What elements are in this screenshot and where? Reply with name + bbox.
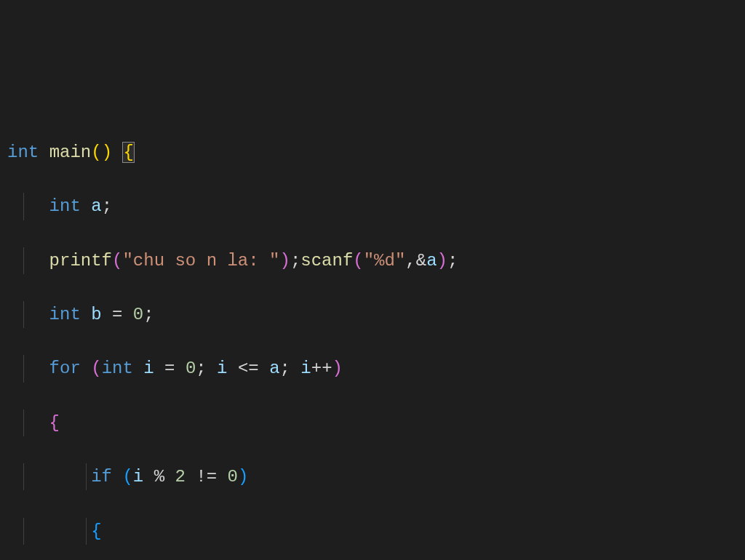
semicolon: ; (290, 251, 300, 271)
indent-guide (23, 409, 24, 436)
variable-i: i (217, 359, 227, 378)
keyword-int: int (7, 143, 39, 162)
code-line-1[interactable]: int main() { (7, 139, 738, 166)
string-literal: "%d" (364, 251, 406, 271)
indent-guide (23, 301, 24, 328)
operator-eq: = (102, 305, 133, 324)
brace-open: { (91, 521, 101, 541)
code-line-3[interactable]: printf("chu so n la: ");scanf("%d",&a); (7, 247, 738, 274)
indent-guide (23, 518, 24, 545)
paren-open: ( (91, 359, 101, 378)
keyword-int: int (102, 359, 133, 378)
paren-open: ( (112, 251, 122, 271)
semicolon: ; (196, 359, 206, 378)
variable-i: i (143, 359, 154, 378)
function-main: main (49, 143, 92, 162)
code-line-2[interactable]: int a; (7, 193, 738, 220)
semicolon: ; (447, 251, 458, 271)
brace-open-highlighted: { (122, 142, 134, 163)
variable-a: a (91, 196, 101, 216)
number-two: 2 (175, 467, 185, 487)
paren-open: ( (91, 143, 101, 162)
code-line-6[interactable]: { (7, 409, 738, 436)
keyword-for: for (49, 359, 81, 378)
paren-close: ) (279, 251, 290, 271)
operator-inc: ++ (311, 359, 332, 378)
keyword-int: int (49, 196, 81, 216)
paren-open: ( (122, 467, 132, 487)
semicolon: ; (102, 196, 112, 216)
variable-a: a (269, 359, 279, 378)
code-line-8[interactable]: { (7, 518, 738, 545)
indent-guide (23, 355, 24, 382)
indent-guide (86, 463, 87, 490)
function-scanf: scanf (300, 251, 353, 271)
code-editor[interactable]: int main() { int a; printf("chu so n la:… (7, 112, 738, 560)
code-line-4[interactable]: int b = 0; (7, 301, 738, 328)
number-zero: 0 (186, 359, 196, 378)
variable-i: i (300, 359, 311, 378)
keyword-if: if (91, 467, 112, 487)
keyword-int: int (49, 305, 81, 324)
function-printf: printf (49, 251, 112, 271)
semicolon: ; (280, 359, 290, 378)
number-zero: 0 (227, 467, 237, 487)
variable-i: i (133, 467, 143, 487)
paren-close: ) (238, 467, 248, 487)
variable-b: b (91, 305, 101, 324)
paren-open: ( (353, 251, 363, 271)
operator-mod: % (143, 467, 175, 487)
variable-a: a (426, 251, 437, 271)
indent-guide (23, 247, 24, 274)
paren-close: ) (332, 359, 343, 378)
code-line-5[interactable]: for (int i = 0; i <= a; i++) (7, 355, 738, 382)
brace-open: { (49, 413, 60, 433)
operator-lte: <= (228, 359, 270, 378)
code-line-7[interactable]: if (i % 2 != 0) (7, 463, 738, 490)
paren-close: ) (437, 251, 447, 271)
indent-guide (23, 193, 24, 220)
semicolon: ; (143, 305, 154, 324)
string-literal: "chu so n la: " (122, 251, 279, 271)
indent-guide (86, 518, 87, 545)
comma: , (405, 251, 415, 271)
paren-close: ) (102, 143, 112, 162)
number-zero: 0 (133, 305, 143, 324)
indent-guide (23, 463, 24, 490)
operator-neq: != (186, 467, 228, 487)
operator-eq: = (154, 359, 186, 378)
operator-amp: & (416, 251, 426, 271)
